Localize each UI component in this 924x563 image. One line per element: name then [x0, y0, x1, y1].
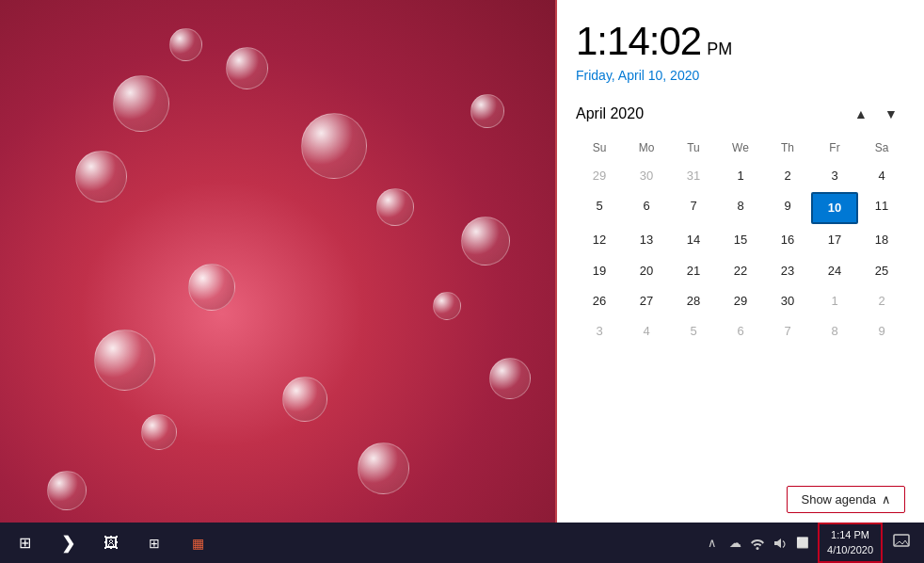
calendar-day[interactable]: 3 [811, 162, 858, 190]
calendar-day[interactable]: 20 [623, 257, 670, 285]
date-display: Friday, April 10, 2020 [576, 68, 905, 83]
system-tray: ∧ ☁ ⬜ [697, 534, 818, 553]
calendar-day[interactable]: 16 [764, 226, 811, 254]
calendar-day[interactable]: 29 [717, 287, 764, 315]
search-icon: ❯ [61, 533, 75, 554]
day-header-we: We [717, 137, 764, 158]
calendar-weeks: 2930311234567891011121314151617181920212… [576, 162, 905, 346]
day-header-mo: Mo [623, 137, 670, 158]
calendar-day[interactable]: 29 [576, 162, 623, 190]
apps-icon: ⊞ [149, 536, 160, 551]
calendar-day[interactable]: 8 [717, 192, 764, 224]
tiles-icon: ▦ [192, 536, 204, 551]
calendar-day[interactable]: 6 [623, 192, 670, 224]
calendar-day[interactable]: 4 [858, 162, 905, 190]
calendar-week-1: 2930311234 [576, 162, 905, 190]
day-headers: Su Mo Tu We Th Fr Sa [576, 137, 905, 158]
show-agenda-label: Show agenda [801, 492, 876, 507]
calendar-day[interactable]: 15 [717, 226, 764, 254]
calendar-header: April 2020 ▲ ▼ [576, 100, 905, 128]
day-header-sa: Sa [858, 137, 905, 158]
start-button[interactable]: ⊞ [4, 523, 45, 563]
calendar-week-5: 262728293012 [576, 287, 905, 315]
calendar-day[interactable]: 2 [858, 287, 905, 315]
calendar-day[interactable]: 10 [811, 192, 858, 224]
calendar-day[interactable]: 13 [623, 226, 670, 254]
day-header-tu: Tu [670, 137, 717, 158]
calendar-day[interactable]: 2 [764, 162, 811, 190]
desktop: 1:14:02 PM Friday, April 10, 2020 April … [0, 0, 924, 563]
clock-date: 4/10/2020 [827, 543, 873, 557]
calendar-day[interactable]: 9 [764, 192, 811, 224]
calendar-day[interactable]: 6 [717, 317, 764, 346]
taskbar-left: ⊞ ❯ 🖼 ⊞ ▦ [4, 523, 218, 563]
show-agenda-button[interactable]: Show agenda ∧ [787, 486, 905, 513]
chevron-tray-icon[interactable]: ∧ [703, 534, 722, 553]
notification-button[interactable] [883, 523, 920, 563]
calendar-day[interactable]: 30 [764, 287, 811, 315]
calendar-day[interactable]: 9 [858, 317, 905, 346]
calendar-day[interactable]: 25 [858, 257, 905, 285]
calendar-day[interactable]: 18 [858, 226, 905, 254]
calendar-day[interactable]: 11 [858, 192, 905, 224]
agenda-chevron-icon: ∧ [882, 492, 891, 507]
calendar-day[interactable]: 26 [576, 287, 623, 315]
calendar-day[interactable]: 28 [670, 287, 717, 315]
time-ampm: PM [707, 40, 732, 59]
calendar-day[interactable]: 5 [576, 192, 623, 224]
apps-button[interactable]: ⊞ [134, 523, 175, 563]
start-icon: ⊞ [19, 534, 31, 552]
day-header-su: Su [576, 137, 623, 158]
clock-time: 1:14 PM [831, 528, 869, 542]
onedrive-icon[interactable]: ☁ [725, 534, 744, 553]
calendar-day[interactable]: 19 [576, 257, 623, 285]
prev-month-button[interactable]: ▲ [847, 100, 875, 128]
day-header-fr: Fr [811, 137, 858, 158]
calendar-week-6: 3456789 [576, 317, 905, 346]
next-month-button[interactable]: ▼ [877, 100, 905, 128]
day-header-th: Th [764, 137, 811, 158]
calendar-week-2: 567891011 [576, 192, 905, 224]
calendar-day[interactable]: 3 [576, 317, 623, 346]
calendar-week-3: 12131415161718 [576, 226, 905, 254]
nav-buttons: ▲ ▼ [847, 100, 905, 128]
calendar-day[interactable]: 7 [764, 317, 811, 346]
speaker-icon[interactable] [771, 534, 789, 553]
calendar-grid: Su Mo Tu We Th Fr Sa 2930311234567891011… [576, 137, 905, 478]
calendar-day[interactable]: 30 [623, 162, 670, 190]
calendar-day[interactable]: 27 [623, 287, 670, 315]
calendar-day[interactable]: 12 [576, 226, 623, 254]
photos-button[interactable]: 🖼 [90, 523, 132, 563]
taskbar-right: ∧ ☁ ⬜ 1:14 PM [697, 523, 920, 563]
network-icon[interactable] [748, 534, 767, 553]
time-hours: 1:14:02 [576, 19, 701, 64]
display-icon[interactable]: ⬜ [793, 534, 812, 553]
calendar-day[interactable]: 1 [811, 287, 858, 315]
calendar-day[interactable]: 21 [670, 257, 717, 285]
calendar-day[interactable]: 7 [670, 192, 717, 224]
photos-icon: 🖼 [104, 535, 119, 552]
search-button[interactable]: ❯ [47, 523, 88, 563]
calendar-day[interactable]: 14 [670, 226, 717, 254]
notification-icon [893, 534, 910, 553]
tiles-button[interactable]: ▦ [177, 523, 218, 563]
taskbar: ⊞ ❯ 🖼 ⊞ ▦ ∧ ☁ [0, 523, 924, 563]
calendar-day[interactable]: 17 [811, 226, 858, 254]
calendar-day[interactable]: 23 [764, 257, 811, 285]
calendar-week-4: 19202122232425 [576, 257, 905, 285]
calendar-day[interactable]: 1 [717, 162, 764, 190]
month-year-label: April 2020 [576, 105, 644, 122]
svg-point-0 [757, 547, 759, 550]
clock-tray[interactable]: 1:14 PM 4/10/2020 [818, 523, 883, 563]
time-display: 1:14:02 PM [576, 19, 905, 64]
calendar-day[interactable]: 22 [717, 257, 764, 285]
calendar-day[interactable]: 24 [811, 257, 858, 285]
calendar-day[interactable]: 8 [811, 317, 858, 346]
calendar-panel: 1:14:02 PM Friday, April 10, 2020 April … [557, 0, 924, 523]
wallpaper [0, 0, 555, 523]
calendar-day[interactable]: 31 [670, 162, 717, 190]
calendar-day[interactable]: 5 [670, 317, 717, 346]
calendar-day[interactable]: 4 [623, 317, 670, 346]
